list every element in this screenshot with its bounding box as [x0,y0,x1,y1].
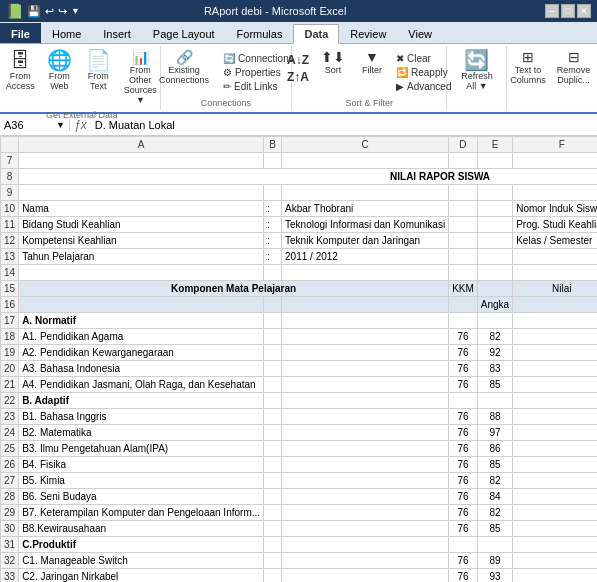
cell[interactable]: Nama [19,201,264,217]
cell[interactable] [513,425,597,441]
cell[interactable]: Teknik Komputer dan Jaringan [282,233,449,249]
cell[interactable] [264,377,282,393]
formula-function-icon[interactable]: ƒx [70,118,91,132]
cell[interactable]: Nilai [513,281,597,297]
cell[interactable] [513,377,597,393]
row-number[interactable]: 17 [1,313,19,329]
close-button[interactable]: ✕ [577,4,591,18]
cell[interactable] [264,521,282,537]
cell[interactable]: 76 [449,521,478,537]
cell-ref-input[interactable] [4,119,54,131]
cell[interactable] [513,249,597,265]
cell[interactable] [19,153,264,169]
cell[interactable]: Akbar Thobrani [282,201,449,217]
cell[interactable]: 86 [477,441,512,457]
existing-connections-button[interactable]: 🔗 ExistingConnections [155,48,213,88]
tab-formulas[interactable]: Formulas [226,23,294,43]
cell[interactable]: B3. Ilmu Pengetahuan Alam(IPA) [19,441,264,457]
row-number[interactable]: 13 [1,249,19,265]
col-header-b[interactable]: B [264,137,282,153]
row-number[interactable]: 8 [1,169,19,185]
cell[interactable] [477,201,512,217]
cell[interactable] [513,521,597,537]
cell[interactable] [282,473,449,489]
filter-button[interactable]: ▼ Filter [354,48,390,78]
cell[interactable]: 76 [449,473,478,489]
cell[interactable] [19,297,264,313]
cell[interactable] [449,217,478,233]
cell[interactable]: C1. Manageable Switch [19,553,264,569]
cell[interactable] [264,457,282,473]
cell[interactable]: 82 [477,329,512,345]
cell[interactable] [264,297,282,313]
cell[interactable] [19,265,264,281]
cell[interactable] [282,265,449,281]
cell[interactable] [282,521,449,537]
col-header-e[interactable]: E [477,137,512,153]
cell[interactable] [449,537,478,553]
tab-insert[interactable]: Insert [92,23,142,43]
cell[interactable]: 85 [477,377,512,393]
cell[interactable]: 88 [477,409,512,425]
row-number[interactable]: 10 [1,201,19,217]
cell[interactable] [282,393,449,409]
tab-file[interactable]: File [0,23,41,43]
row-number[interactable]: 23 [1,409,19,425]
cell[interactable] [264,409,282,425]
cell[interactable] [282,537,449,553]
cell[interactable]: Teknologi Informasi dan Komunikasi [282,217,449,233]
cell[interactable]: B8.Kewirausahaan [19,521,264,537]
cell[interactable] [449,393,478,409]
cell[interactable] [264,393,282,409]
row-number[interactable]: 14 [1,265,19,281]
cell[interactable]: Kompetensi Keahlian [19,233,264,249]
cell[interactable]: A3. Bahasa Indonesia [19,361,264,377]
cell[interactable]: 82 [477,505,512,521]
cell[interactable]: Bidang Studi Keahlian [19,217,264,233]
cell[interactable]: NILAI RAPOR SISWA [19,169,597,185]
cell[interactable]: 76 [449,409,478,425]
cell[interactable] [477,265,512,281]
cell[interactable]: : [264,249,282,265]
cell[interactable] [513,473,597,489]
cell[interactable] [513,361,597,377]
cell[interactable]: 76 [449,329,478,345]
cell[interactable] [282,185,449,201]
row-number[interactable]: 25 [1,441,19,457]
cell[interactable]: 76 [449,505,478,521]
cell[interactable]: C.Produktif [19,537,264,553]
cell[interactable] [513,489,597,505]
cell[interactable]: Nomor Induk Siswa [513,201,597,217]
cell[interactable] [477,313,512,329]
cell[interactable]: B5. Kimia [19,473,264,489]
cell[interactable]: Angka [477,297,512,313]
row-number[interactable]: 11 [1,217,19,233]
cell[interactable]: 92 [477,345,512,361]
cell[interactable] [513,569,597,583]
cell[interactable] [477,393,512,409]
cell[interactable] [513,153,597,169]
row-number[interactable]: 22 [1,393,19,409]
col-header-c[interactable]: C [282,137,449,153]
cell[interactable] [449,313,478,329]
dropdown-arrow[interactable]: ▼ [71,6,80,16]
cell[interactable]: 76 [449,489,478,505]
cell[interactable] [513,265,597,281]
cell[interactable] [282,153,449,169]
cell[interactable]: 84 [477,489,512,505]
cell[interactable] [513,553,597,569]
tab-data[interactable]: Data [293,24,339,44]
cell[interactable]: : [264,233,282,249]
cell[interactable] [264,345,282,361]
cell[interactable] [282,425,449,441]
row-number[interactable]: 29 [1,505,19,521]
sort-button[interactable]: ⬆⬇ Sort [315,48,351,78]
row-number[interactable]: 28 [1,489,19,505]
cell[interactable] [264,473,282,489]
cell[interactable]: 76 [449,441,478,457]
cell[interactable] [449,153,478,169]
cell[interactable] [449,249,478,265]
cell[interactable] [264,569,282,583]
quick-undo[interactable]: ↩ [45,5,54,18]
quick-redo[interactable]: ↪ [58,5,67,18]
